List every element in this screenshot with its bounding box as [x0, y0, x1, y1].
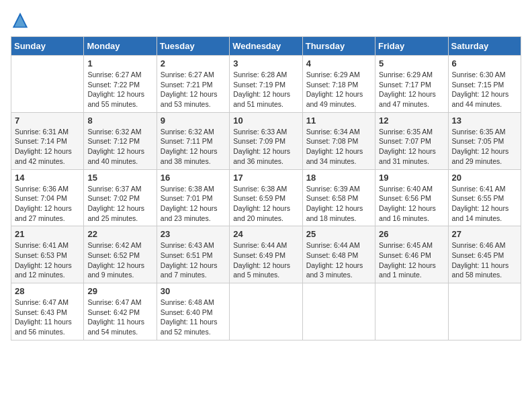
calendar-week-row: 1Sunrise: 6:27 AMSunset: 7:22 PMDaylight…	[11, 56, 521, 113]
day-of-week-header: Wednesday	[230, 37, 302, 56]
day-info: Sunrise: 6:36 AMSunset: 7:04 PMDaylight:…	[15, 184, 80, 224]
day-number: 19	[379, 173, 444, 183]
day-info: Sunrise: 6:41 AMSunset: 6:53 PMDaylight:…	[15, 240, 80, 280]
day-of-week-header: Sunday	[11, 37, 84, 56]
day-of-week-header: Tuesday	[157, 37, 229, 56]
day-info: Sunrise: 6:31 AMSunset: 7:14 PMDaylight:…	[15, 127, 80, 167]
day-number: 14	[15, 173, 80, 183]
calendar-cell: 3Sunrise: 6:28 AMSunset: 7:19 PMDaylight…	[230, 56, 302, 113]
calendar-cell: 6Sunrise: 6:30 AMSunset: 7:15 PMDaylight…	[448, 56, 521, 113]
calendar-cell: 19Sunrise: 6:40 AMSunset: 6:56 PMDayligh…	[375, 169, 448, 226]
calendar-cell: 28Sunrise: 6:47 AMSunset: 6:43 PMDayligh…	[11, 283, 84, 340]
day-info: Sunrise: 6:30 AMSunset: 7:15 PMDaylight:…	[452, 70, 517, 109]
day-info: Sunrise: 6:45 AMSunset: 6:46 PMDaylight:…	[379, 240, 444, 280]
day-info: Sunrise: 6:34 AMSunset: 7:08 PMDaylight:…	[306, 127, 371, 167]
day-number: 9	[161, 116, 226, 126]
calendar-cell	[230, 283, 302, 340]
calendar-cell: 27Sunrise: 6:46 AMSunset: 6:45 PMDayligh…	[448, 226, 521, 283]
day-info: Sunrise: 6:29 AMSunset: 7:18 PMDaylight:…	[306, 70, 371, 109]
calendar-cell: 1Sunrise: 6:27 AMSunset: 7:22 PMDaylight…	[84, 56, 157, 113]
day-number: 24	[233, 229, 298, 239]
day-number: 10	[233, 116, 298, 126]
calendar-table: SundayMondayTuesdayWednesdayThursdayFrid…	[11, 36, 521, 340]
day-number: 4	[306, 58, 371, 68]
day-info: Sunrise: 6:32 AMSunset: 7:12 PMDaylight:…	[87, 127, 152, 167]
calendar-cell: 24Sunrise: 6:44 AMSunset: 6:49 PMDayligh…	[230, 226, 302, 283]
calendar-cell: 17Sunrise: 6:38 AMSunset: 6:59 PMDayligh…	[230, 169, 302, 226]
page-header	[11, 11, 521, 30]
day-info: Sunrise: 6:28 AMSunset: 7:19 PMDaylight:…	[233, 70, 298, 109]
calendar-week-row: 14Sunrise: 6:36 AMSunset: 7:04 PMDayligh…	[11, 169, 521, 226]
calendar-header-row: SundayMondayTuesdayWednesdayThursdayFrid…	[11, 37, 521, 56]
calendar-week-row: 7Sunrise: 6:31 AMSunset: 7:14 PMDaylight…	[11, 112, 521, 169]
day-number: 16	[161, 173, 226, 183]
day-info: Sunrise: 6:43 AMSunset: 6:51 PMDaylight:…	[161, 240, 226, 280]
calendar-cell	[375, 283, 448, 340]
calendar-cell: 13Sunrise: 6:35 AMSunset: 7:05 PMDayligh…	[448, 112, 521, 169]
day-info: Sunrise: 6:47 AMSunset: 6:42 PMDaylight:…	[87, 298, 152, 337]
calendar-cell: 16Sunrise: 6:38 AMSunset: 7:01 PMDayligh…	[157, 169, 229, 226]
day-info: Sunrise: 6:37 AMSunset: 7:02 PMDaylight:…	[87, 184, 152, 224]
calendar-cell: 21Sunrise: 6:41 AMSunset: 6:53 PMDayligh…	[11, 226, 84, 283]
calendar-cell: 5Sunrise: 6:29 AMSunset: 7:17 PMDaylight…	[375, 56, 448, 113]
day-number: 21	[15, 229, 80, 239]
day-info: Sunrise: 6:27 AMSunset: 7:22 PMDaylight:…	[87, 70, 152, 109]
day-number: 11	[306, 116, 371, 126]
calendar-cell: 7Sunrise: 6:31 AMSunset: 7:14 PMDaylight…	[11, 112, 84, 169]
calendar-cell: 14Sunrise: 6:36 AMSunset: 7:04 PMDayligh…	[11, 169, 84, 226]
day-info: Sunrise: 6:39 AMSunset: 6:58 PMDaylight:…	[306, 184, 371, 224]
day-number: 2	[161, 58, 226, 68]
calendar-cell	[11, 56, 84, 113]
calendar-cell: 26Sunrise: 6:45 AMSunset: 6:46 PMDayligh…	[375, 226, 448, 283]
calendar-cell: 20Sunrise: 6:41 AMSunset: 6:55 PMDayligh…	[448, 169, 521, 226]
day-of-week-header: Saturday	[448, 37, 521, 56]
day-info: Sunrise: 6:33 AMSunset: 7:09 PMDaylight:…	[233, 127, 298, 167]
day-info: Sunrise: 6:40 AMSunset: 6:56 PMDaylight:…	[379, 184, 444, 224]
day-number: 22	[87, 229, 152, 239]
calendar-cell: 30Sunrise: 6:48 AMSunset: 6:40 PMDayligh…	[157, 283, 229, 340]
day-info: Sunrise: 6:29 AMSunset: 7:17 PMDaylight:…	[379, 70, 444, 109]
day-info: Sunrise: 6:46 AMSunset: 6:45 PMDaylight:…	[452, 240, 517, 280]
day-info: Sunrise: 6:44 AMSunset: 6:49 PMDaylight:…	[233, 240, 298, 280]
calendar-cell: 2Sunrise: 6:27 AMSunset: 7:21 PMDaylight…	[157, 56, 229, 113]
day-number: 8	[87, 116, 152, 126]
calendar-cell: 22Sunrise: 6:42 AMSunset: 6:52 PMDayligh…	[84, 226, 157, 283]
day-number: 15	[87, 173, 152, 183]
day-number: 1	[87, 58, 152, 68]
calendar-week-row: 21Sunrise: 6:41 AMSunset: 6:53 PMDayligh…	[11, 226, 521, 283]
day-info: Sunrise: 6:42 AMSunset: 6:52 PMDaylight:…	[87, 240, 152, 280]
day-number: 12	[379, 116, 444, 126]
calendar-cell: 9Sunrise: 6:32 AMSunset: 7:11 PMDaylight…	[157, 112, 229, 169]
day-of-week-header: Friday	[375, 37, 448, 56]
day-info: Sunrise: 6:32 AMSunset: 7:11 PMDaylight:…	[161, 127, 226, 167]
logo-icon	[11, 11, 30, 30]
day-number: 3	[233, 58, 298, 68]
calendar-cell: 23Sunrise: 6:43 AMSunset: 6:51 PMDayligh…	[157, 226, 229, 283]
calendar-cell: 10Sunrise: 6:33 AMSunset: 7:09 PMDayligh…	[230, 112, 302, 169]
calendar-week-row: 28Sunrise: 6:47 AMSunset: 6:43 PMDayligh…	[11, 283, 521, 340]
day-number: 30	[161, 286, 226, 296]
calendar-cell: 15Sunrise: 6:37 AMSunset: 7:02 PMDayligh…	[84, 169, 157, 226]
day-number: 26	[379, 229, 444, 239]
day-info: Sunrise: 6:47 AMSunset: 6:43 PMDaylight:…	[15, 298, 80, 337]
calendar-cell: 18Sunrise: 6:39 AMSunset: 6:58 PMDayligh…	[302, 169, 375, 226]
day-of-week-header: Monday	[84, 37, 157, 56]
day-info: Sunrise: 6:38 AMSunset: 6:59 PMDaylight:…	[233, 184, 298, 224]
day-number: 25	[306, 229, 371, 239]
calendar-cell: 11Sunrise: 6:34 AMSunset: 7:08 PMDayligh…	[302, 112, 375, 169]
calendar-cell: 29Sunrise: 6:47 AMSunset: 6:42 PMDayligh…	[84, 283, 157, 340]
calendar-cell: 12Sunrise: 6:35 AMSunset: 7:07 PMDayligh…	[375, 112, 448, 169]
calendar-cell: 8Sunrise: 6:32 AMSunset: 7:12 PMDaylight…	[84, 112, 157, 169]
day-info: Sunrise: 6:35 AMSunset: 7:05 PMDaylight:…	[452, 127, 517, 167]
calendar-cell: 25Sunrise: 6:44 AMSunset: 6:48 PMDayligh…	[302, 226, 375, 283]
day-of-week-header: Thursday	[302, 37, 375, 56]
logo	[11, 11, 32, 30]
day-number: 6	[452, 58, 517, 68]
day-number: 23	[161, 229, 226, 239]
day-info: Sunrise: 6:41 AMSunset: 6:55 PMDaylight:…	[452, 184, 517, 224]
day-number: 28	[15, 286, 80, 296]
day-number: 13	[452, 116, 517, 126]
day-number: 29	[87, 286, 152, 296]
day-info: Sunrise: 6:48 AMSunset: 6:40 PMDaylight:…	[161, 298, 226, 337]
day-number: 7	[15, 116, 80, 126]
